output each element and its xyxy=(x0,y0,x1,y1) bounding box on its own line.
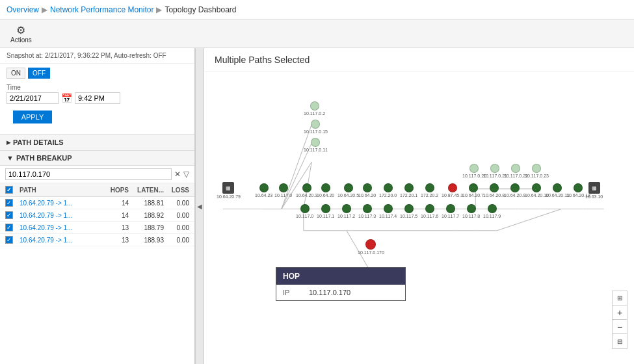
collapse-handle[interactable]: ◀ xyxy=(195,48,204,364)
hop-tooltip: HOP IP 10.117.0.170 xyxy=(276,267,406,301)
header-loss: LOSS xyxy=(166,187,189,194)
toggle-row: ON OFF xyxy=(0,64,194,81)
hop-tooltip-row: IP 10.117.0.170 xyxy=(283,289,399,296)
node-b4[interactable]: 10.117.3 xyxy=(358,204,376,218)
path-breakup-arrow: ▼ xyxy=(7,154,14,162)
node-red1[interactable]: 10.87.45.3 xyxy=(442,183,463,198)
row-path-3: 10.64.20.79 -> 1... xyxy=(20,237,103,244)
time-section: Time 📅 xyxy=(0,81,194,108)
node-b2[interactable]: 10.117.1 xyxy=(317,204,334,218)
zoom-out-button[interactable]: − xyxy=(613,320,627,334)
path-row[interactable]: 10.64.20.79 -> 1... 13 188.93 0.00 xyxy=(0,234,194,246)
snapshot-bar: Snapshot at: 2/21/2017, 9:36:22 PM, Auto… xyxy=(0,48,194,64)
path-row[interactable]: 10.64.20.79 -> 1... 13 188.79 0.00 xyxy=(0,222,194,234)
breadcrumb: Overview ▶ Network Performance Monitor ▶… xyxy=(7,5,236,14)
node-m7[interactable]: 172.20.0 xyxy=(379,183,397,198)
toggle-off-button[interactable]: OFF xyxy=(28,68,50,79)
path-details-arrow: ▶ xyxy=(7,140,10,146)
node-b10[interactable]: 10.117.9 xyxy=(483,204,501,218)
node-b6[interactable]: 10.117.5 xyxy=(400,204,417,218)
node-m2[interactable]: 10.117.0 xyxy=(274,183,292,198)
row-hops-1: 14 xyxy=(106,212,129,219)
row-loss-2: 0.00 xyxy=(166,224,189,231)
row-path-2: 10.64.20.79 -> 1... xyxy=(20,224,103,231)
filter-input[interactable] xyxy=(5,168,172,180)
path-breakup-header[interactable]: ▼ PATH BREAKUP xyxy=(0,151,194,166)
node-m6[interactable]: 10.64.20 xyxy=(358,183,376,198)
path-breakup-label: PATH BREAKUP xyxy=(16,154,72,162)
path-details-label: PATH DETAILS xyxy=(13,138,64,146)
node-m5[interactable]: 10.64.20.5 xyxy=(337,183,359,198)
row-checkbox-1[interactable] xyxy=(5,211,13,219)
node-m3[interactable]: 10.64.20.3 xyxy=(296,183,317,198)
node-m11[interactable]: 10.64.20.8 xyxy=(483,183,505,198)
clear-filter-icon[interactable]: ✕ xyxy=(174,170,181,179)
node-m12[interactable]: 10.64.20.9 xyxy=(504,183,525,198)
zoom-controls: ⊞ + − ⊟ xyxy=(612,291,627,349)
zoom-grid-icon[interactable]: ⊞ xyxy=(613,291,627,306)
row-hops-3: 13 xyxy=(106,237,129,244)
row-checkbox-0[interactable] xyxy=(5,199,13,207)
node-m8[interactable]: 172.20.1 xyxy=(400,183,417,198)
toggle-on-button[interactable]: ON xyxy=(7,68,25,79)
actions-icon: ⚙ xyxy=(16,24,25,36)
filter-row: ✕ ▽ xyxy=(0,166,194,183)
node-n2[interactable]: 10.117.0.15 xyxy=(304,120,328,134)
header-hops: HOPS xyxy=(106,187,129,194)
node-lg4[interactable]: 10.117.0.23 xyxy=(525,164,549,178)
right-panel-title: Multiple Paths Selected xyxy=(204,48,634,72)
node-red2[interactable]: 10.117.0.170 xyxy=(358,239,384,255)
header-checkbox[interactable] xyxy=(5,186,13,194)
node-m15[interactable]: 10.64.20.12 xyxy=(566,183,590,198)
node-m4[interactable]: 10.64.20 xyxy=(317,183,334,198)
main-layout: Snapshot at: 2/21/2017, 9:36:22 PM, Auto… xyxy=(0,48,634,364)
header-latency: LATEN... xyxy=(131,187,164,194)
row-loss-1: 0.00 xyxy=(166,212,189,219)
node-m9[interactable]: 172.20.2 xyxy=(421,183,438,198)
row-path-0: 10.64.20.79 -> 1... xyxy=(20,200,103,207)
node-src[interactable]: ▦ 10.64.20.79 xyxy=(217,182,241,199)
node-n1[interactable]: 10.117.0.2 xyxy=(304,101,325,116)
node-b3[interactable]: 10.117.2 xyxy=(337,204,355,218)
row-checkbox-2[interactable] xyxy=(5,224,13,231)
collapse-icon: ◀ xyxy=(197,203,202,210)
actions-label: Actions xyxy=(10,36,32,44)
node-b7[interactable]: 10.117.6 xyxy=(421,204,438,218)
node-m1[interactable]: 10.64.23 xyxy=(255,183,272,198)
date-input[interactable] xyxy=(7,92,59,104)
row-loss-3: 0.00 xyxy=(166,237,189,244)
topology-area[interactable]: ▦ 10.64.20.79 ▦ 10.63.10 10.117.0.2 10.1… xyxy=(204,72,634,362)
filter-icon[interactable]: ▽ xyxy=(183,170,189,179)
toolbar: ⚙ Actions xyxy=(0,20,634,48)
snapshot-text: Snapshot at: 2/21/2017, 9:36:22 PM, Auto… xyxy=(7,52,166,59)
row-checkbox-3[interactable] xyxy=(5,236,13,244)
zoom-fit-button[interactable]: ⊟ xyxy=(613,334,627,348)
apply-button[interactable]: APPLY xyxy=(13,110,52,124)
hop-tooltip-body: IP 10.117.0.170 xyxy=(276,285,405,300)
node-b5[interactable]: 10.117.4 xyxy=(379,204,397,218)
row-latency-3: 188.93 xyxy=(131,237,164,244)
node-b8[interactable]: 10.117.7 xyxy=(442,204,459,218)
breadcrumb-overview[interactable]: Overview xyxy=(7,5,39,14)
node-b9[interactable]: 10.117.8 xyxy=(462,204,480,218)
node-b1[interactable]: 10.117.0 xyxy=(296,204,313,218)
path-row[interactable]: 10.64.20.79 -> 1... 14 188.92 0.00 xyxy=(0,209,194,222)
zoom-in-button[interactable]: + xyxy=(613,306,627,320)
row-path-1: 10.64.20.79 -> 1... xyxy=(20,212,103,219)
time-label: Time xyxy=(7,84,188,91)
path-details-header[interactable]: ▶ PATH DETAILS xyxy=(0,134,194,151)
actions-button[interactable]: ⚙ Actions xyxy=(7,23,36,45)
calendar-icon[interactable]: 📅 xyxy=(61,93,72,103)
node-m10[interactable]: 10.64.20.7 xyxy=(462,183,484,198)
path-row[interactable]: 10.64.20.79 -> 1... 14 188.81 0.00 xyxy=(0,197,194,209)
row-loss-0: 0.00 xyxy=(166,200,189,207)
breadcrumb-monitor[interactable]: Network Performance Monitor xyxy=(50,5,153,14)
hop-tooltip-header: HOP xyxy=(276,268,405,285)
svg-line-18 xyxy=(282,143,311,209)
top-bar: Overview ▶ Network Performance Monitor ▶… xyxy=(0,0,634,20)
path-table-header: PATH HOPS LATEN... LOSS xyxy=(0,183,194,197)
hop-ip-label: IP xyxy=(283,289,302,296)
node-n3[interactable]: 10.117.0.11 xyxy=(304,138,328,152)
topology-svg xyxy=(204,72,634,362)
time-input[interactable] xyxy=(75,92,120,104)
